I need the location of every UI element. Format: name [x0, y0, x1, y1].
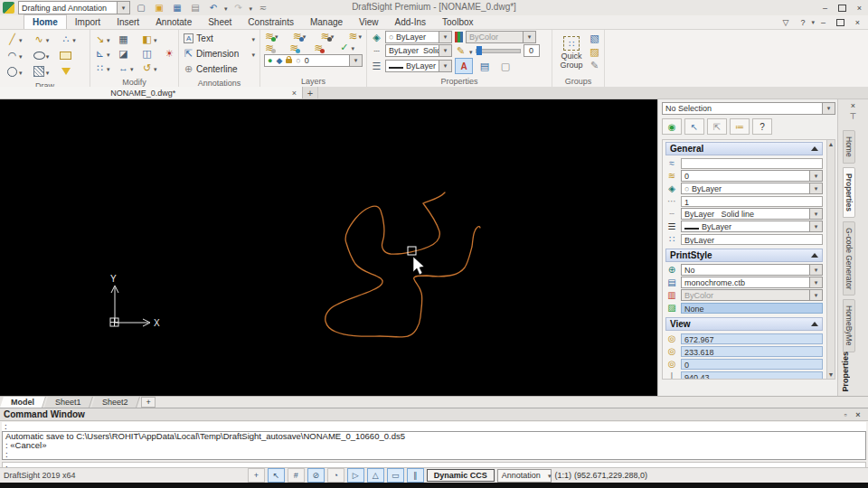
- layer-options-button[interactable]: ≋: [292, 31, 307, 41]
- select-window-button[interactable]: ⇱: [707, 118, 727, 135]
- properties-section-label[interactable]: Properties: [367, 76, 552, 87]
- add-sheet-button[interactable]: +: [141, 397, 156, 408]
- ellipse-dropdown-icon[interactable]: [46, 51, 50, 61]
- command-window-header[interactable]: Command Window ▫ ×: [0, 408, 868, 421]
- section-view-header[interactable]: View: [665, 317, 823, 331]
- extend-dropdown-icon[interactable]: [130, 63, 134, 73]
- explode-dropdown-icon[interactable]: [107, 63, 110, 73]
- quick-group-icon[interactable]: ∷: [563, 36, 580, 51]
- workspace-dropdown-icon[interactable]: [117, 2, 129, 14]
- point-tool-button[interactable]: ∴: [59, 33, 84, 45]
- command-close-icon[interactable]: ×: [852, 410, 864, 419]
- lineweight-field-dropdown-icon[interactable]: [809, 221, 822, 231]
- linestyle-combo[interactable]: ByLayer Solid line: [385, 44, 452, 57]
- hatch-dropdown-icon[interactable]: [46, 67, 50, 77]
- new-file-icon[interactable]: ▢: [134, 2, 148, 14]
- save-icon[interactable]: ▦: [170, 2, 184, 14]
- redo-icon[interactable]: ↷: [231, 2, 246, 14]
- print-icon[interactable]: ▤: [188, 2, 203, 14]
- chamfer-tool-button[interactable]: ◪: [117, 48, 138, 60]
- layers-section-label[interactable]: Layers: [260, 76, 366, 87]
- color-bars-icon[interactable]: [455, 32, 463, 42]
- layer-field-dropdown-icon[interactable]: [809, 171, 822, 181]
- polyline-tool-button[interactable]: ∿: [33, 33, 58, 45]
- transparency-slider[interactable]: [476, 49, 521, 53]
- resources-dropdown-icon[interactable]: ▽: [777, 16, 794, 29]
- document-tab-close-icon[interactable]: ×: [287, 89, 302, 98]
- transparency-brush-icon[interactable]: ✎: [455, 45, 467, 57]
- quick-group-label[interactable]: Quick Group: [556, 52, 587, 70]
- etrack-toggle-icon[interactable]: △: [367, 468, 384, 483]
- polygon-tool-button[interactable]: [59, 66, 84, 78]
- linestyle-tool-icon[interactable]: ┄: [371, 45, 382, 57]
- mirror-tool-button[interactable]: ◫: [140, 48, 162, 60]
- select-entities-button[interactable]: ◉: [662, 118, 682, 135]
- ellipse-tool-button[interactable]: [33, 50, 58, 61]
- doc-restore-button[interactable]: [832, 16, 849, 29]
- collapse-general-icon[interactable]: [811, 146, 818, 151]
- side-tab-properties[interactable]: Properties: [843, 167, 855, 218]
- collapse-printstyle-icon[interactable]: [811, 253, 818, 258]
- linecolor-combo[interactable]: ○ ByLayer: [385, 31, 452, 43]
- property-list-button[interactable]: ▤: [476, 58, 494, 74]
- linescale-field[interactable]: 1: [681, 196, 823, 207]
- palette-scrollbar[interactable]: ▲ ▼: [826, 140, 835, 379]
- match-properties-button[interactable]: A: [455, 58, 473, 74]
- groups-section-label[interactable]: Groups: [552, 76, 604, 87]
- apply-dropdown-icon[interactable]: [351, 42, 354, 52]
- tab-sheet[interactable]: Sheet: [200, 15, 240, 29]
- layer-field[interactable]: 0: [681, 170, 823, 182]
- selection-dropdown-icon[interactable]: [822, 103, 835, 114]
- scroll-down-icon[interactable]: ▼: [828, 371, 835, 378]
- redo-dropdown-icon[interactable]: [250, 3, 253, 13]
- quick-select-button[interactable]: ≔: [730, 118, 750, 135]
- rotate-tool-button[interactable]: ↺: [140, 62, 162, 74]
- layer-freeze-button[interactable]: ≋: [320, 31, 335, 41]
- scale-indicator[interactable]: (1:1): [554, 471, 571, 480]
- erase-tool-button[interactable]: ◧: [140, 33, 162, 45]
- tab-home[interactable]: Home: [24, 14, 67, 29]
- layer-combo[interactable]: ● ◆ ○ 0: [264, 54, 363, 67]
- drawing-canvas[interactable]: Y X: [0, 99, 657, 396]
- arc-dropdown-icon[interactable]: [19, 51, 23, 61]
- lineweight-tool-icon[interactable]: ☰: [371, 61, 382, 72]
- printstyle-table-dropdown-icon[interactable]: [809, 277, 822, 287]
- layer-preview-button[interactable]: ≋: [288, 42, 299, 53]
- lineweight-field[interactable]: ByLayer: [681, 221, 823, 232]
- transparency-dropdown-icon[interactable]: [469, 46, 473, 56]
- linecolor-field-dropdown-icon[interactable]: [809, 183, 822, 193]
- tab-manage[interactable]: Manage: [302, 15, 351, 29]
- printstyle-style-field[interactable]: None: [681, 303, 823, 314]
- pattern-tool-button[interactable]: ▦: [117, 33, 138, 45]
- layer-states-dropdown-icon[interactable]: [358, 31, 362, 41]
- layer-delete-button[interactable]: ≋: [313, 42, 324, 53]
- doc-close-button[interactable]: ×: [849, 16, 866, 29]
- view-height-field[interactable]: 940.43: [681, 371, 823, 380]
- new-document-tab-button[interactable]: +: [303, 87, 318, 99]
- trim-tool-button[interactable]: ⊾: [93, 48, 115, 60]
- tab-model[interactable]: Model: [0, 397, 46, 408]
- doc-minimize-button[interactable]: –: [815, 16, 832, 29]
- minimize-button[interactable]: –: [816, 2, 834, 14]
- line-dropdown-icon[interactable]: [19, 34, 23, 44]
- tab-constraints[interactable]: Constraints: [240, 15, 302, 29]
- command-undock-icon[interactable]: ▫: [839, 410, 852, 419]
- scroll-up-icon[interactable]: ▲: [828, 141, 835, 147]
- layer-manager-button[interactable]: ≋: [264, 31, 279, 41]
- tab-insert[interactable]: Insert: [108, 15, 147, 29]
- dimension-tool-button[interactable]: ⇱Dimension: [184, 47, 255, 61]
- dimension-dropdown-icon[interactable]: [251, 49, 255, 59]
- tab-toolbox[interactable]: Toolbox: [434, 15, 481, 29]
- printstyle-table-field[interactable]: monochrome.ctb: [681, 277, 823, 288]
- undo-dropdown-icon[interactable]: [224, 3, 228, 13]
- ungroup-icon[interactable]: ✎: [589, 60, 600, 71]
- circle-tool-button[interactable]: [5, 66, 31, 78]
- lineweight-combo[interactable]: ByLayer: [385, 60, 452, 72]
- centerline-tool-button[interactable]: ⊕Centerline: [184, 62, 255, 76]
- palette-pin-icon[interactable]: ⊤: [850, 112, 857, 121]
- selection-filter-icon[interactable]: ▭: [387, 468, 404, 483]
- grid-toggle-icon[interactable]: #: [288, 468, 305, 483]
- erase-dropdown-icon[interactable]: [154, 34, 157, 44]
- side-tab-home[interactable]: Home: [843, 130, 855, 164]
- side-tab-gcode-generator[interactable]: G-code Generator: [843, 221, 855, 296]
